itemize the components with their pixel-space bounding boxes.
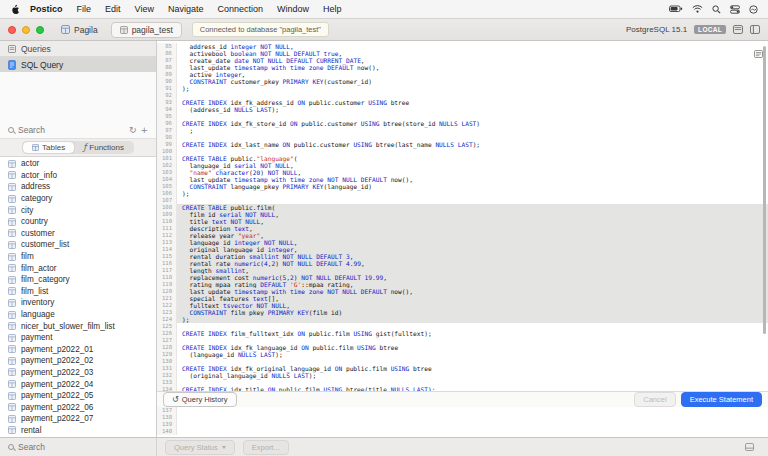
tab-tables[interactable]: Tables xyxy=(23,142,74,153)
battery-icon[interactable] xyxy=(669,5,683,13)
code-line[interactable]: 99 CREATE INDEX idx_last_name ON public.… xyxy=(157,141,768,148)
code-line[interactable]: 89 active integer, xyxy=(157,71,768,78)
table-list-item[interactable]: address xyxy=(0,181,156,193)
table-list-item[interactable]: nicer_but_slower_film_list xyxy=(0,320,156,332)
code-line[interactable]: 87 create_date date NOT NULL DEFAULT CUR… xyxy=(157,57,768,64)
menu-item[interactable]: Help xyxy=(316,0,349,19)
code-line[interactable]: 131 CREATE INDEX idx_fk_original_languag… xyxy=(157,365,768,372)
code-line[interactable]: 86 activebool boolean NOT NULL DEFAULT t… xyxy=(157,50,768,57)
table-list-item[interactable]: film_list xyxy=(0,286,156,298)
panel-toggle-icon[interactable] xyxy=(733,25,743,34)
menu-item[interactable]: Edit xyxy=(98,0,128,19)
menu-item[interactable]: Connection xyxy=(210,0,270,19)
code-line[interactable]: 113 language_id integer NOT NULL, xyxy=(157,239,768,246)
code-line[interactable]: 117 length smallint, xyxy=(157,267,768,274)
code-line[interactable]: 110 title text NOT NULL, xyxy=(157,218,768,225)
table-list-item[interactable]: customer_list xyxy=(0,239,156,251)
table-list-item[interactable]: inventory xyxy=(0,297,156,309)
code-line[interactable]: 132 (original_language_id NULLS LAST); xyxy=(157,372,768,379)
code-line[interactable]: 90 CONSTRAINT customer_pkey PRIMARY KEY(… xyxy=(157,78,768,85)
table-list-item[interactable]: film xyxy=(0,251,156,263)
code-line[interactable]: 119 rating mpaa_rating DEFAULT 'G'::mpaa… xyxy=(157,281,768,288)
table-list-item[interactable]: payment_p2022_01 xyxy=(0,344,156,356)
code-line[interactable]: 104 last_update timestamp with time zone… xyxy=(157,176,768,183)
table-list-item[interactable]: payment_p2022_03 xyxy=(0,367,156,379)
search-icon[interactable] xyxy=(712,5,721,14)
editor-list-icon[interactable] xyxy=(754,44,763,62)
refresh-icon[interactable]: ↻ xyxy=(129,126,137,135)
wifi-icon[interactable] xyxy=(692,5,703,13)
code-line[interactable]: 94 (address_id NULLS LAST); xyxy=(157,106,768,113)
table-list-item[interactable]: actor xyxy=(0,158,156,170)
code-line[interactable]: 118 replacement_cost numeric(5,2) NOT NU… xyxy=(157,274,768,281)
code-line[interactable]: 124 ); xyxy=(157,316,768,323)
code-line[interactable]: 125 xyxy=(157,323,768,330)
table-list-item[interactable]: city xyxy=(0,204,156,216)
code-line[interactable]: 100 xyxy=(157,148,768,155)
table-list-item[interactable]: film_actor xyxy=(0,262,156,274)
query-status-button[interactable]: Query Status xyxy=(165,440,235,455)
table-list-item[interactable]: payment_p2022_04 xyxy=(0,378,156,390)
code-line[interactable]: 112 release_year "year", xyxy=(157,232,768,239)
code-line[interactable]: 85 address_id integer NOT NULL, xyxy=(157,43,768,50)
menu-item[interactable]: Postico xyxy=(23,0,70,19)
sidebar-toggle-icon[interactable] xyxy=(750,25,760,34)
add-query-icon[interactable]: + xyxy=(140,126,148,135)
code-line[interactable]: 140 xyxy=(157,428,768,435)
table-list-item[interactable]: payment_p2022_06 xyxy=(0,401,156,413)
code-line[interactable]: 93 CREATE INDEX idx_fk_address_id ON pub… xyxy=(157,99,768,106)
code-line[interactable]: 138 xyxy=(157,414,768,421)
code-line[interactable]: 129 (language_id NULLS LAST); xyxy=(157,351,768,358)
table-list-item[interactable]: country xyxy=(0,216,156,228)
database-nav-button[interactable]: Pagila xyxy=(56,23,103,37)
export-button[interactable]: Export... xyxy=(243,440,289,455)
code-line[interactable]: 127 xyxy=(157,337,768,344)
menu-item[interactable]: Navigate xyxy=(161,0,211,19)
code-line[interactable]: 126 CREATE INDEX film_fulltext_idx ON pu… xyxy=(157,330,768,337)
code-line[interactable]: 97 ; xyxy=(157,127,768,134)
table-list-item[interactable]: language xyxy=(0,309,156,321)
code-line[interactable]: 139 xyxy=(157,421,768,428)
table-list-item[interactable]: payment_p2022_02 xyxy=(0,355,156,367)
code-line[interactable]: 103 "name" character(20) NOT NULL, xyxy=(157,169,768,176)
execute-statement-button[interactable]: Execute Statement xyxy=(681,392,762,407)
control-center-icon[interactable] xyxy=(730,5,740,14)
code-line[interactable]: 107 xyxy=(157,197,768,204)
tab-functions[interactable]: ƒ Functions xyxy=(74,142,133,153)
table-list-item[interactable]: customer xyxy=(0,228,156,240)
siri-icon[interactable] xyxy=(749,5,758,14)
table-list-item[interactable]: rental xyxy=(0,425,156,437)
code-line[interactable]: 121 special_features text[], xyxy=(157,295,768,302)
table-filter-input[interactable] xyxy=(18,442,98,452)
table-list-item[interactable]: category xyxy=(0,193,156,205)
code-line[interactable]: 109 film_id serial NOT NULL, xyxy=(157,211,768,218)
code-line[interactable]: 111 description text, xyxy=(157,225,768,232)
editor-scrollbar[interactable] xyxy=(763,46,766,334)
code-line[interactable]: 101 CREATE TABLE public."language"( xyxy=(157,155,768,162)
code-line[interactable]: 105 CONSTRAINT language_pkey PRIMARY KEY… xyxy=(157,183,768,190)
code-line[interactable]: 116 rental_rate numeric(4,2) NOT NULL DE… xyxy=(157,260,768,267)
panel-icon[interactable] xyxy=(745,443,760,451)
menu-item[interactable]: Window xyxy=(270,0,316,19)
query-search-input[interactable] xyxy=(18,125,98,135)
table-list-item[interactable]: payment xyxy=(0,332,156,344)
code-line[interactable]: 98 xyxy=(157,134,768,141)
code-line[interactable]: 128 CREATE INDEX idx_fk_language_id ON p… xyxy=(157,344,768,351)
code-line[interactable]: 133 xyxy=(157,379,768,386)
code-line[interactable]: 114 original_language_id integer, xyxy=(157,246,768,253)
table-list-item[interactable]: actor_info xyxy=(0,170,156,182)
query-history-button[interactable]: ↺ Query History xyxy=(163,392,237,407)
table-list-item[interactable]: film_category xyxy=(0,274,156,286)
code-line[interactable]: 102 language_id serial NOT NULL, xyxy=(157,162,768,169)
code-line[interactable]: 88 last_update timestamp with time zone … xyxy=(157,64,768,71)
table-list-item[interactable]: payment_p2022_05 xyxy=(0,390,156,402)
close-window-button[interactable] xyxy=(8,26,16,34)
code-line[interactable]: 92 xyxy=(157,92,768,99)
menu-item[interactable]: View xyxy=(128,0,161,19)
menu-item[interactable]: File xyxy=(70,0,99,19)
code-line[interactable]: 106 ); xyxy=(157,190,768,197)
minimize-window-button[interactable] xyxy=(22,26,30,34)
table-list-item[interactable]: payment_p2022_07 xyxy=(0,413,156,425)
code-line[interactable]: 130 xyxy=(157,358,768,365)
code-line[interactable]: 122 fulltext tsvector NOT NULL, xyxy=(157,302,768,309)
